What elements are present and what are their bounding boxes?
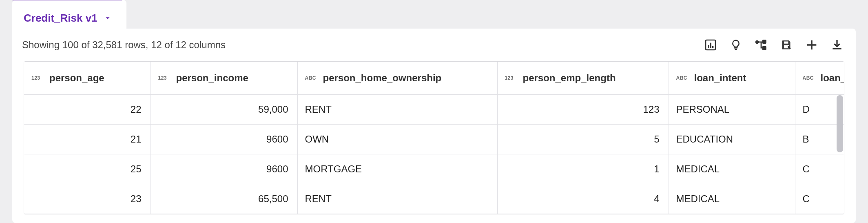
cell-person_home_ownership[interactable]: MORTGAGE xyxy=(297,154,497,184)
cell-person_age[interactable]: 23 xyxy=(24,184,151,214)
cell-person_home_ownership[interactable]: OWN xyxy=(297,124,497,154)
numeric-type-icon: 123 xyxy=(31,75,43,81)
text-type-icon: ABC xyxy=(676,75,688,81)
cell-value: 22 xyxy=(24,104,151,115)
cell-person_emp_length[interactable]: 123 xyxy=(497,94,669,124)
svg-rect-1 xyxy=(708,45,709,48)
column-name: person_home_ownership xyxy=(323,72,442,84)
data-panel: Showing 100 of 32,581 rows, 12 of 12 col… xyxy=(12,29,856,223)
data-table-wrap: 123person_age123person_incomeABCperson_h… xyxy=(24,61,844,214)
column-name: loan_grade xyxy=(821,72,845,84)
cell-value: MEDICAL xyxy=(669,163,795,175)
download-icon[interactable] xyxy=(830,38,844,52)
column-header-loan_intent[interactable]: ABCloan_intent xyxy=(669,62,795,94)
cell-person_income[interactable]: 9600 xyxy=(151,154,297,184)
table-row[interactable]: 2259,000RENT123PERSONALD xyxy=(24,94,844,124)
cell-value: RENT xyxy=(298,104,497,115)
cell-loan_intent[interactable]: PERSONAL xyxy=(669,94,795,124)
cell-value: MEDICAL xyxy=(669,193,795,205)
cell-person_emp_length[interactable]: 5 xyxy=(497,124,669,154)
svg-rect-6 xyxy=(762,46,766,50)
cell-person_income[interactable]: 65,500 xyxy=(151,184,297,214)
table-row[interactable]: 219600OWN5EDUCATIONB xyxy=(24,124,844,154)
chart-icon[interactable] xyxy=(703,38,718,52)
column-header-person_age[interactable]: 123person_age xyxy=(24,62,151,94)
column-header-person_income[interactable]: 123person_income xyxy=(151,62,297,94)
column-name: loan_intent xyxy=(694,72,746,84)
cell-loan_grade[interactable]: C xyxy=(795,154,844,184)
cell-loan_intent[interactable]: MEDICAL xyxy=(669,154,795,184)
column-name: person_income xyxy=(176,72,248,84)
numeric-type-icon: 123 xyxy=(505,75,516,81)
flow-icon[interactable] xyxy=(754,38,768,52)
cell-person_emp_length[interactable]: 4 xyxy=(497,184,669,214)
column-name: person_emp_length xyxy=(523,72,616,84)
cell-value: 9600 xyxy=(151,163,297,175)
svg-rect-5 xyxy=(762,40,766,44)
table-row[interactable]: 2365,500RENT4MEDICALC xyxy=(24,184,844,214)
cell-loan_intent[interactable]: EDUCATION xyxy=(669,124,795,154)
column-header-person_home_ownership[interactable]: ABCperson_home_ownership xyxy=(297,62,497,94)
cell-value: 23 xyxy=(24,193,151,205)
plus-icon[interactable] xyxy=(804,38,819,52)
cell-person_income[interactable]: 9600 xyxy=(151,124,297,154)
tab-credit-risk[interactable]: Credit_Risk v1 xyxy=(12,0,126,29)
cell-value: 59,000 xyxy=(151,104,297,115)
toolbar xyxy=(703,38,844,52)
cell-value: RENT xyxy=(298,193,497,205)
cell-loan_intent[interactable]: MEDICAL xyxy=(669,184,795,214)
lightbulb-icon[interactable] xyxy=(728,38,743,52)
cell-person_age[interactable]: 22 xyxy=(24,94,151,124)
cell-value: EDUCATION xyxy=(669,134,795,145)
cell-value: 9600 xyxy=(151,134,297,145)
cell-person_age[interactable]: 21 xyxy=(24,124,151,154)
cell-value: C xyxy=(795,163,845,175)
table-row[interactable]: 259600MORTGAGE1MEDICALC xyxy=(24,154,844,184)
column-header-person_emp_length[interactable]: 123person_emp_length xyxy=(497,62,669,94)
text-type-icon: ABC xyxy=(803,75,814,81)
cell-person_home_ownership[interactable]: RENT xyxy=(297,94,497,124)
cell-value: 4 xyxy=(498,193,669,205)
svg-rect-2 xyxy=(710,43,711,48)
data-table: 123person_age123person_incomeABCperson_h… xyxy=(24,62,844,214)
cell-value: 21 xyxy=(24,134,151,145)
rows-summary: Showing 100 of 32,581 rows, 12 of 12 col… xyxy=(22,39,226,51)
save-edit-icon[interactable] xyxy=(779,38,794,52)
cell-person_income[interactable]: 59,000 xyxy=(151,94,297,124)
svg-point-4 xyxy=(755,40,759,44)
cell-value: MORTGAGE xyxy=(298,163,497,175)
tab-accent xyxy=(12,0,122,0)
cell-person_emp_length[interactable]: 1 xyxy=(497,154,669,184)
cell-value: OWN xyxy=(298,134,497,145)
cell-person_age[interactable]: 25 xyxy=(24,154,151,184)
cell-value: 123 xyxy=(498,104,669,115)
cell-value: 65,500 xyxy=(151,193,297,205)
cell-loan_grade[interactable]: C xyxy=(795,184,844,214)
numeric-type-icon: 123 xyxy=(158,75,170,81)
cell-person_home_ownership[interactable]: RENT xyxy=(297,184,497,214)
column-name: person_age xyxy=(49,72,104,84)
svg-rect-3 xyxy=(712,46,713,48)
cell-value: C xyxy=(795,193,845,205)
cell-value: 25 xyxy=(24,163,151,175)
chevron-down-icon xyxy=(103,13,112,22)
tab-label: Credit_Risk v1 xyxy=(24,12,97,25)
text-type-icon: ABC xyxy=(305,75,317,81)
cell-value: 5 xyxy=(498,134,669,145)
cell-value: 1 xyxy=(498,163,669,175)
column-header-loan_grade[interactable]: ABCloan_grade xyxy=(795,62,844,94)
vertical-scrollbar-thumb[interactable] xyxy=(837,95,843,152)
cell-value: PERSONAL xyxy=(669,104,795,115)
